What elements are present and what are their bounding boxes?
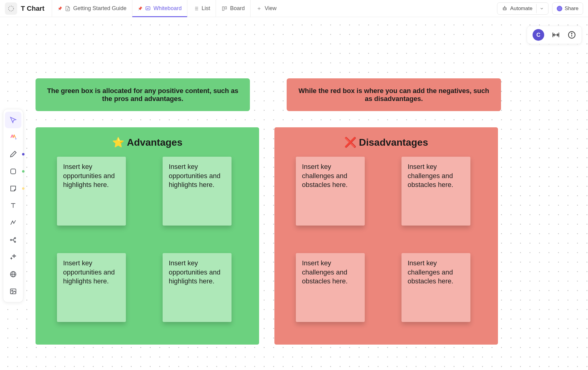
svg-text:+: + bbox=[15, 137, 17, 140]
pin-icon: 📌 bbox=[138, 6, 142, 11]
svg-point-30 bbox=[14, 237, 16, 239]
doc-icon bbox=[65, 6, 71, 12]
svg-rect-3 bbox=[146, 7, 150, 10]
svg-point-36 bbox=[12, 290, 13, 291]
advantage-card[interactable]: Insert key opportunities and highlights … bbox=[163, 253, 232, 322]
whiteboard-canvas[interactable]: C + bbox=[0, 17, 588, 370]
advantages-cards: Insert key opportunities and highlights … bbox=[48, 157, 247, 322]
robot-icon bbox=[502, 6, 508, 12]
cross-icon: ❌ bbox=[344, 136, 356, 148]
tab-label: List bbox=[202, 5, 210, 12]
tool-select[interactable] bbox=[5, 112, 21, 128]
tool-ai[interactable]: + bbox=[5, 129, 21, 145]
tool-magic[interactable] bbox=[5, 249, 21, 265]
tool-pen[interactable] bbox=[5, 146, 21, 163]
positive-header-box[interactable]: The green box is allocated for any posit… bbox=[36, 78, 250, 111]
svg-point-31 bbox=[14, 241, 16, 242]
list-icon bbox=[193, 6, 199, 12]
top-toolbar: T Chart 📌 Getting Started Guide 📌 Whiteb… bbox=[0, 0, 588, 17]
svg-rect-10 bbox=[222, 7, 224, 10]
svg-point-0 bbox=[9, 6, 14, 11]
positive-header-text: The green box is allocated for any posit… bbox=[43, 87, 243, 103]
negative-header-text: While the red box is where you can add t… bbox=[294, 87, 494, 103]
advantages-panel[interactable]: ⭐ Advantages Insert key opportunities an… bbox=[36, 127, 259, 345]
automate-button[interactable]: Automate bbox=[497, 2, 548, 15]
view-tabs: 📌 Getting Started Guide 📌 Whiteboard Lis… bbox=[52, 0, 282, 17]
disadvantage-card[interactable]: Insert key challenges and obstacles here… bbox=[401, 253, 470, 322]
share-label: Share bbox=[565, 6, 579, 12]
list-title: T Chart bbox=[21, 5, 44, 13]
advantages-title: ⭐ Advantages bbox=[48, 136, 247, 148]
pin-icon: 📌 bbox=[58, 6, 62, 11]
tab-label: Whiteboard bbox=[153, 5, 182, 12]
fit-width-icon[interactable] bbox=[552, 31, 560, 39]
tab-label: Getting Started Guide bbox=[73, 5, 126, 12]
advantages-title-text: Advantages bbox=[127, 137, 182, 148]
list-title-block[interactable]: T Chart bbox=[5, 2, 44, 15]
disadvantages-title: ❌ Disadvantages bbox=[287, 136, 486, 148]
disadvantages-cards: Insert key challenges and obstacles here… bbox=[287, 157, 486, 322]
svg-point-29 bbox=[10, 239, 12, 241]
negative-header-box[interactable]: While the red box is where you can add t… bbox=[287, 78, 501, 111]
svg-rect-26 bbox=[11, 169, 16, 174]
whiteboard-icon bbox=[145, 6, 151, 12]
svg-point-24 bbox=[571, 33, 572, 34]
advantage-card[interactable]: Insert key opportunities and highlights … bbox=[57, 157, 126, 226]
disadvantages-title-text: Disadvantages bbox=[359, 137, 428, 148]
add-view-button[interactable]: View bbox=[250, 0, 282, 17]
disadvantage-card[interactable]: Insert key challenges and obstacles here… bbox=[296, 253, 365, 322]
advantage-card[interactable]: Insert key opportunities and highlights … bbox=[163, 157, 232, 226]
tool-sticky[interactable] bbox=[5, 180, 21, 197]
automate-label: Automate bbox=[510, 6, 536, 12]
svg-rect-11 bbox=[225, 7, 227, 9]
tab-label: View bbox=[265, 5, 277, 12]
tab-label: Board bbox=[230, 5, 245, 12]
share-avatar-icon bbox=[557, 6, 562, 11]
tab-list[interactable]: List bbox=[187, 0, 216, 17]
avatar[interactable]: C bbox=[533, 29, 544, 41]
tool-connector[interactable] bbox=[5, 215, 21, 231]
advantage-card[interactable]: Insert key opportunities and highlights … bbox=[57, 253, 126, 322]
disadvantages-panel[interactable]: ❌ Disadvantages Insert key challenges an… bbox=[274, 127, 498, 345]
color-indicator bbox=[22, 170, 24, 173]
tool-image[interactable] bbox=[5, 283, 21, 300]
tool-text[interactable] bbox=[5, 197, 21, 214]
tool-panel: + bbox=[3, 109, 23, 302]
disadvantage-card[interactable]: Insert key challenges and obstacles here… bbox=[401, 157, 470, 226]
plus-icon bbox=[256, 6, 262, 12]
toolbar-right: Automate Share bbox=[497, 2, 583, 15]
color-indicator bbox=[22, 187, 24, 190]
svg-point-16 bbox=[505, 9, 506, 9]
board-icon bbox=[221, 6, 228, 12]
disadvantage-card[interactable]: Insert key challenges and obstacles here… bbox=[296, 157, 365, 226]
tool-web[interactable] bbox=[5, 266, 21, 282]
tab-whiteboard[interactable]: 📌 Whiteboard bbox=[132, 0, 187, 17]
svg-point-18 bbox=[504, 6, 505, 7]
svg-point-15 bbox=[504, 9, 504, 9]
tool-shape[interactable] bbox=[5, 163, 21, 180]
chevron-down-icon[interactable] bbox=[536, 4, 547, 13]
tab-board[interactable]: Board bbox=[216, 0, 250, 17]
info-icon[interactable] bbox=[567, 31, 576, 39]
tab-getting-started[interactable]: 📌 Getting Started Guide bbox=[52, 0, 132, 17]
canvas-controls: C bbox=[527, 26, 582, 44]
tool-mindmap[interactable] bbox=[5, 232, 21, 248]
color-indicator bbox=[22, 153, 24, 155]
share-button[interactable]: Share bbox=[552, 2, 583, 15]
list-icon bbox=[5, 2, 17, 15]
star-icon: ⭐ bbox=[112, 136, 124, 148]
